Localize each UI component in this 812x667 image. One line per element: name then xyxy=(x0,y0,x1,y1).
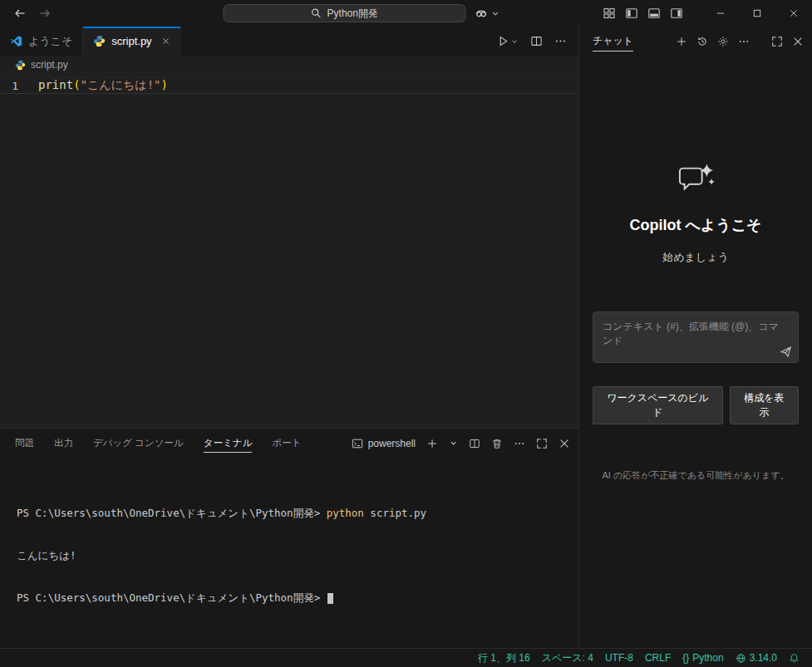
panel-more-actions-icon[interactable] xyxy=(514,438,525,449)
close-tab-icon[interactable] xyxy=(161,37,170,46)
run-play-icon xyxy=(497,35,509,47)
code-token-string: "こんにちは!" xyxy=(81,78,161,91)
maximize-window-icon[interactable] xyxy=(739,0,775,27)
customize-layout-icon[interactable] xyxy=(598,0,620,27)
titlebar-navigation xyxy=(0,7,52,20)
terminal-command: python xyxy=(327,507,364,519)
tab-welcome[interactable]: ようこそ xyxy=(0,27,83,56)
chat-input[interactable] xyxy=(601,318,790,345)
globe-icon xyxy=(736,653,746,664)
chat-settings-gear-icon[interactable] xyxy=(717,36,729,47)
notifications-status[interactable] xyxy=(783,649,805,667)
titlebar-controls xyxy=(598,0,812,27)
language-mode-status[interactable]: {} Python xyxy=(677,649,729,667)
terminal-prompt: PS C:\Users\south\OneDrive\ドキュメント\Python… xyxy=(17,591,327,604)
python-version-label: 3.14.0 xyxy=(750,652,777,664)
shell-selector[interactable]: powershell xyxy=(352,438,416,449)
chat-tab[interactable]: チャット xyxy=(593,32,633,51)
cursor-position-status[interactable]: 行 1、列 16 xyxy=(472,649,536,667)
close-chat-icon[interactable] xyxy=(792,36,804,47)
copilot-menu-button[interactable] xyxy=(474,7,500,21)
close-window-icon[interactable] xyxy=(775,0,812,27)
build-workspace-button[interactable]: ワークスペースのビルド xyxy=(593,386,723,424)
toggle-primary-sidebar-icon[interactable] xyxy=(620,0,642,27)
chat-suggested-actions: ワークスペースのビルド 構成を表示 xyxy=(593,386,799,424)
chat-actions xyxy=(676,36,804,47)
maximize-panel-icon[interactable] xyxy=(536,438,548,449)
maximize-chat-icon[interactable] xyxy=(771,36,783,47)
panel-tab-ports[interactable]: ポート xyxy=(272,434,301,453)
tab-script-py[interactable]: script.py xyxy=(83,27,180,56)
split-editor-icon[interactable] xyxy=(530,35,543,47)
panel-actions: powershell xyxy=(352,438,570,449)
toggle-panel-icon[interactable] xyxy=(642,0,665,27)
code-token-function: print xyxy=(38,78,73,91)
breadcrumb-file-name: script.py xyxy=(31,59,68,71)
copilot-welcome-title: Copilot へようこそ xyxy=(629,215,761,235)
vscode-window: Python開発 xyxy=(0,0,812,667)
new-chat-icon[interactable] xyxy=(676,36,687,47)
terminal-line-prompt: PS C:\Users\south\OneDrive\ドキュメント\Python… xyxy=(17,591,578,605)
python-interpreter-status[interactable]: 3.14.0 xyxy=(730,649,783,667)
copilot-welcome-subtitle: 始めましょう xyxy=(662,250,729,265)
copilot-welcome-icon xyxy=(677,162,715,197)
terminal-line-command: PS C:\Users\south\OneDrive\ドキュメント\Python… xyxy=(17,506,578,520)
vscode-logo-icon xyxy=(10,35,22,47)
encoding-status[interactable]: UTF-8 xyxy=(599,649,639,667)
show-config-button[interactable]: 構成を表示 xyxy=(730,386,799,424)
forward-arrow-icon[interactable] xyxy=(38,7,52,20)
panel-tab-debug-console[interactable]: デバッグ コンソール xyxy=(93,434,184,453)
kill-terminal-trash-icon[interactable] xyxy=(491,438,503,449)
editor-actions xyxy=(497,27,578,56)
chat-body: Copilot へようこそ 始めましょう ワークスペースのビルド 構成を表示 A… xyxy=(579,56,812,648)
status-bar: 行 1、列 16 スペース: 4 UTF-8 CRLF {} Python 3.… xyxy=(0,648,812,667)
command-center: Python開発 xyxy=(223,4,500,22)
language-label: Python xyxy=(692,652,723,664)
panel-tab-problems[interactable]: 問題 xyxy=(15,434,34,453)
back-arrow-icon[interactable] xyxy=(13,7,27,20)
minimize-window-icon[interactable] xyxy=(702,0,739,27)
panel-header: 問題 出力 デバッグ コンソール ターミナル ポート powershell xyxy=(0,429,578,458)
chat-input-box xyxy=(593,311,799,363)
terminal-output[interactable]: PS C:\Users\south\OneDrive\ドキュメント\Python… xyxy=(0,458,578,648)
code-text: print("こんにちは!") xyxy=(38,78,168,93)
bottom-panel: 問題 出力 デバッグ コンソール ターミナル ポート powershell xyxy=(0,428,578,648)
bell-icon xyxy=(789,653,800,664)
shell-name-label: powershell xyxy=(368,438,416,449)
terminal-prompt: PS C:\Users\south\OneDrive\ドキュメント\Python… xyxy=(17,507,327,519)
eol-status[interactable]: CRLF xyxy=(639,649,677,667)
terminal-icon xyxy=(352,438,363,449)
split-terminal-icon[interactable] xyxy=(469,438,480,449)
indentation-status[interactable]: スペース: 4 xyxy=(536,649,599,667)
run-python-file-button[interactable] xyxy=(497,35,519,47)
terminal-line-output: こんにちは! xyxy=(17,548,578,562)
panel-tabs: 問題 出力 デバッグ コンソール ターミナル ポート xyxy=(15,434,301,453)
new-terminal-icon[interactable] xyxy=(426,438,438,449)
breadcrumb-python-icon xyxy=(15,60,26,71)
python-file-icon xyxy=(93,35,106,47)
panel-tab-terminal[interactable]: ターミナル xyxy=(204,434,253,453)
send-chat-icon[interactable] xyxy=(780,346,792,358)
code-editor[interactable]: 1 print("こんにちは!") xyxy=(0,74,578,428)
workspace-search-box[interactable]: Python開発 xyxy=(223,4,465,22)
code-token-close-paren: ) xyxy=(161,78,168,91)
chat-header: チャット xyxy=(579,27,812,56)
chat-history-icon[interactable] xyxy=(696,36,708,47)
terminal-dropdown-chevron-icon[interactable] xyxy=(449,439,458,448)
copilot-icon xyxy=(474,7,488,21)
more-actions-icon[interactable] xyxy=(554,35,567,47)
copilot-chat-panel: チャット xyxy=(578,27,812,648)
toggle-secondary-sidebar-icon[interactable] xyxy=(665,0,687,27)
chat-more-actions-icon[interactable] xyxy=(738,36,750,47)
editor-group: ようこそ script.py xyxy=(0,27,578,648)
braces-icon: {} xyxy=(682,652,689,664)
window-controls xyxy=(702,0,812,27)
breadcrumb[interactable]: script.py xyxy=(0,56,578,74)
run-dropdown-chevron-icon xyxy=(510,37,519,46)
panel-tab-output[interactable]: 出力 xyxy=(54,434,73,453)
close-panel-icon[interactable] xyxy=(559,438,570,449)
terminal-output-text: こんにちは! xyxy=(17,549,76,562)
terminal-cursor xyxy=(327,593,333,604)
titlebar: Python開発 xyxy=(0,0,812,27)
line-number: 1 xyxy=(0,80,38,92)
